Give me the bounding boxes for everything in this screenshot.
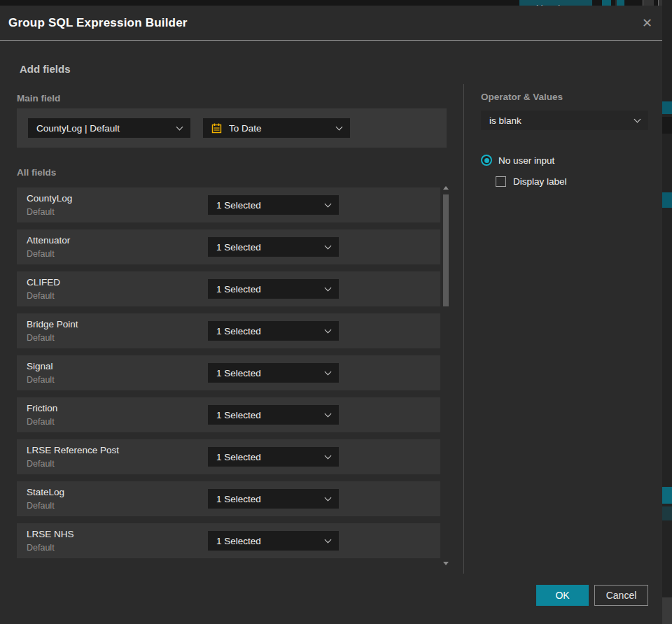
field-subtitle: Default — [27, 207, 55, 217]
chevron-down-icon — [176, 123, 183, 130]
all-fields-label: All fields — [17, 167, 56, 178]
dialog-title: Group SQL Expression Builder — [8, 16, 188, 30]
field-subtitle: Default — [27, 543, 55, 553]
field-subtitle: Default — [27, 333, 55, 343]
main-field-label: Main field — [17, 93, 60, 104]
all-fields-list: CountyLog Default 1 Selected Attenuator … — [17, 187, 440, 565]
field-name: Attenuator — [27, 235, 70, 246]
chevron-down-icon — [325, 410, 332, 417]
field-row: LRSE Reference Post Default 1 Selected — [17, 439, 440, 474]
scroll-down-icon[interactable] — [443, 562, 449, 565]
add-fields-heading: Add fields — [20, 63, 71, 75]
ok-button[interactable]: OK — [536, 585, 589, 606]
field-values-dropdown[interactable]: 1 Selected — [208, 531, 339, 551]
field-subtitle: Default — [27, 501, 55, 511]
field-name: Friction — [27, 403, 57, 413]
main-field-panel: CountyLog | Default To Date — [17, 108, 447, 148]
toolbar-fragment-icon — [615, 0, 624, 6]
operator-values-heading: Operator & Values — [481, 92, 563, 102]
app-fragment — [662, 597, 672, 624]
field-values-dropdown[interactable]: 1 Selected — [208, 321, 339, 341]
field-name: LRSE Reference Post — [27, 445, 119, 455]
operator-select[interactable]: is blank — [481, 111, 648, 130]
field-row: CLIFED Default 1 Selected — [17, 271, 440, 306]
field-row: Bridge Point Default 1 Selected — [17, 313, 440, 348]
main-field-type-value: To Date — [229, 123, 330, 134]
field-values-dropdown[interactable]: 1 Selected — [208, 489, 339, 509]
display-label-checkbox[interactable]: Display label — [496, 176, 567, 187]
main-field-select-value: CountyLog | Default — [36, 123, 177, 134]
calendar-icon — [211, 123, 222, 134]
chevron-down-icon — [325, 326, 332, 333]
field-values-selected: 1 Selected — [216, 410, 326, 420]
checkbox-icon — [496, 176, 506, 187]
main-field-select[interactable]: CountyLog | Default — [28, 118, 190, 138]
chevron-down-icon — [336, 123, 343, 130]
field-row: Signal Default 1 Selected — [17, 355, 440, 390]
scroll-up-icon[interactable] — [443, 186, 449, 190]
chevron-down-icon — [325, 368, 332, 375]
field-values-selected: 1 Selected — [216, 200, 326, 211]
chevron-down-icon — [325, 452, 332, 459]
field-subtitle: Default — [27, 375, 55, 385]
field-row: CountyLog Default 1 Selected — [17, 187, 440, 222]
chevron-down-icon — [325, 284, 332, 291]
screen: Live view Group SQL Expression Builder ✕… — [0, 0, 672, 624]
close-icon[interactable]: ✕ — [642, 17, 652, 29]
toolbar-fragment-icon — [643, 0, 654, 6]
list-scrollbar[interactable] — [442, 183, 449, 567]
field-row: StateLog Default 1 Selected — [17, 481, 440, 516]
field-row: Friction Default 1 Selected — [17, 397, 440, 432]
field-values-dropdown[interactable]: 1 Selected — [208, 405, 339, 425]
field-name: LRSE NHS — [27, 529, 74, 539]
field-row: Attenuator Default 1 Selected — [17, 229, 440, 264]
underlying-app-right-edge — [662, 0, 672, 624]
operator-select-value: is blank — [489, 115, 635, 126]
app-fragment — [662, 117, 672, 134]
field-values-selected: 1 Selected — [216, 494, 326, 504]
dialog-titlebar: Group SQL Expression Builder ✕ — [0, 6, 662, 41]
field-values-dropdown[interactable]: 1 Selected — [208, 195, 339, 215]
field-values-dropdown[interactable]: 1 Selected — [208, 363, 339, 383]
live-view-indicator: Live view — [519, 0, 592, 6]
field-row: LRSE NHS Default 1 Selected — [17, 523, 440, 558]
field-values-selected: 1 Selected — [216, 452, 326, 462]
field-name: CLIFED — [27, 277, 60, 288]
panel-divider — [463, 84, 464, 574]
app-fragment — [662, 506, 672, 520]
main-field-type-select[interactable]: To Date — [203, 118, 350, 138]
field-values-dropdown[interactable]: 1 Selected — [208, 279, 339, 299]
field-values-dropdown[interactable]: 1 Selected — [208, 447, 339, 467]
field-subtitle: Default — [27, 417, 55, 427]
no-user-input-radio[interactable]: No user input — [481, 155, 554, 166]
app-fragment — [662, 487, 672, 504]
cancel-button[interactable]: Cancel — [594, 585, 648, 606]
field-name: StateLog — [27, 487, 64, 497]
field-subtitle: Default — [27, 459, 55, 469]
app-fragment — [662, 101, 672, 114]
field-subtitle: Default — [27, 291, 55, 301]
group-sql-expression-builder-dialog: Group SQL Expression Builder ✕ Add field… — [0, 6, 662, 624]
checkbox-label: Display label — [513, 176, 567, 187]
field-values-selected: 1 Selected — [216, 368, 326, 378]
field-values-selected: 1 Selected — [216, 284, 326, 295]
chevron-down-icon — [325, 494, 332, 501]
scrollbar-thumb[interactable] — [443, 194, 449, 306]
app-fragment — [662, 192, 672, 208]
field-values-selected: 1 Selected — [216, 536, 326, 546]
chevron-down-icon — [325, 200, 332, 207]
field-subtitle: Default — [27, 249, 55, 259]
radio-icon — [481, 155, 492, 166]
field-values-selected: 1 Selected — [216, 242, 326, 253]
radio-label: No user input — [498, 155, 554, 166]
field-name: Signal — [27, 361, 53, 371]
chevron-down-icon — [634, 115, 641, 122]
field-name: CountyLog — [27, 193, 72, 204]
field-values-dropdown[interactable]: 1 Selected — [208, 237, 339, 257]
chevron-down-icon — [325, 536, 332, 543]
chevron-down-icon — [325, 242, 332, 249]
field-values-selected: 1 Selected — [216, 326, 326, 336]
underlying-app-header: Live view — [0, 0, 662, 6]
toolbar-fragment-icon — [602, 0, 611, 6]
field-name: Bridge Point — [27, 319, 78, 329]
